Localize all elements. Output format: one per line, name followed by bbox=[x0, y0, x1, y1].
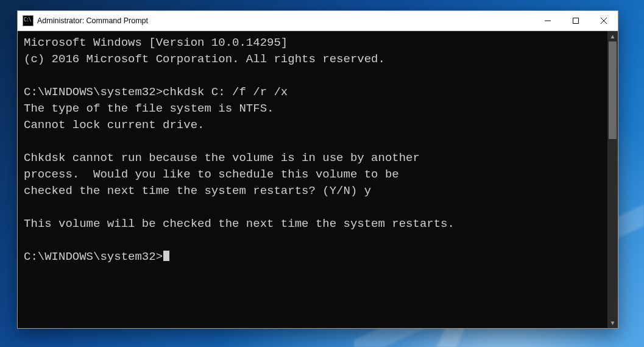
window-title: Administrator: Command Prompt bbox=[37, 16, 148, 25]
terminal-line bbox=[24, 68, 605, 84]
titlebar[interactable]: Administrator: Command Prompt bbox=[18, 11, 618, 31]
terminal-line: Microsoft Windows [Version 10.0.14295] bbox=[24, 35, 605, 51]
terminal-line: The type of the file system is NTFS. bbox=[24, 101, 605, 117]
terminal-line bbox=[24, 199, 605, 216]
terminal-line bbox=[24, 134, 605, 150]
cmd-window: Administrator: Command Prompt Microsoft … bbox=[17, 10, 618, 329]
terminal-prompt-line[interactable]: C:\WINDOWS\system32> bbox=[24, 249, 605, 265]
terminal-line bbox=[24, 232, 605, 249]
maximize-icon bbox=[573, 18, 579, 24]
vertical-scrollbar[interactable]: ▲ ▼ bbox=[607, 31, 618, 328]
terminal-line: Cannot lock current drive. bbox=[24, 117, 605, 134]
terminal-line: process. Would you like to schedule this… bbox=[24, 166, 605, 183]
cursor-icon bbox=[163, 251, 169, 261]
terminal-line: Chkdsk cannot run because the volume is … bbox=[24, 150, 605, 166]
terminal-line: checked the next time the system restart… bbox=[24, 183, 605, 199]
scroll-up-button[interactable]: ▲ bbox=[607, 31, 618, 41]
terminal-area: Microsoft Windows [Version 10.0.14295](c… bbox=[18, 31, 618, 328]
minimize-icon bbox=[545, 18, 551, 24]
terminal-prompt: C:\WINDOWS\system32> bbox=[24, 250, 163, 263]
terminal-line: (c) 2016 Microsoft Corporation. All righ… bbox=[24, 51, 605, 68]
terminal-line: C:\WINDOWS\system32>chkdsk C: /f /r /x bbox=[24, 84, 605, 101]
scroll-thumb[interactable] bbox=[609, 41, 617, 139]
cmd-icon bbox=[23, 15, 34, 26]
close-icon bbox=[601, 18, 607, 24]
terminal-line: This volume will be checked the next tim… bbox=[24, 216, 605, 232]
minimize-button[interactable] bbox=[534, 11, 562, 30]
terminal-output[interactable]: Microsoft Windows [Version 10.0.14295](c… bbox=[18, 31, 607, 328]
close-button[interactable] bbox=[590, 11, 618, 30]
scroll-down-button[interactable]: ▼ bbox=[607, 318, 618, 328]
maximize-button[interactable] bbox=[562, 11, 590, 30]
